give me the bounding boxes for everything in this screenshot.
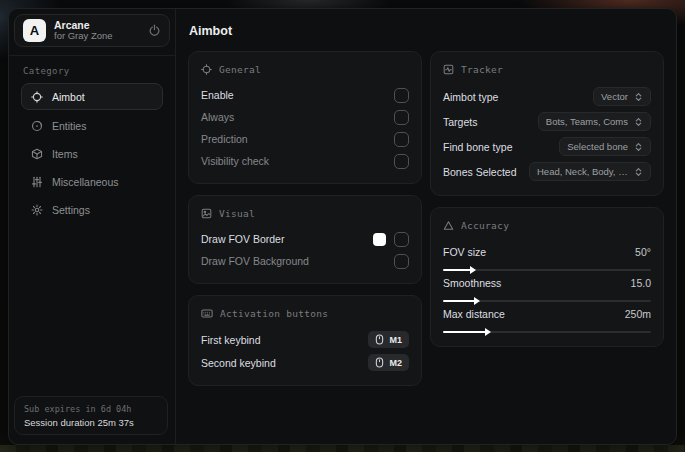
- dropdown-value: Vector: [601, 91, 628, 102]
- brand-card: A Arcane for Gray Zone: [14, 14, 170, 47]
- setting-row-smoothness: Smoothness 15.0: [443, 273, 651, 302]
- dropdown-value: Bots, Teams, Coms: [546, 116, 628, 127]
- activation-panel-header: Activation buttons: [201, 304, 409, 328]
- slider-fill: [443, 269, 474, 271]
- sidebar-item-label: Aimbot: [52, 91, 85, 103]
- max-distance-slider[interactable]: [443, 331, 651, 333]
- setting-label: Always: [201, 111, 234, 123]
- slider-fill: [443, 331, 489, 333]
- fov-border-color-swatch[interactable]: [373, 233, 386, 246]
- activation-buttons-panel: Activation buttons First keybind M1: [188, 295, 422, 386]
- aimbot-type-dropdown[interactable]: Vector: [593, 87, 651, 106]
- tracker-panel-header: Tracker: [443, 60, 651, 84]
- sidebar-item-label: Items: [52, 148, 78, 160]
- tracker-panel: Tracker Aimbot type Vector: [430, 51, 664, 196]
- setting-row-targets: Targets Bots, Teams, Coms: [443, 109, 651, 134]
- sidebar-item-items[interactable]: Items: [21, 141, 163, 166]
- sidebar-item-label: Entities: [52, 120, 86, 132]
- crosshair-icon: [31, 91, 43, 103]
- panel-title: General: [219, 64, 261, 75]
- setting-row-second-keybind: Second keybind M2: [201, 351, 409, 374]
- subscription-card: Sub expires in 6d 04h Session duration 2…: [14, 396, 168, 435]
- setting-row-first-keybind: First keybind M1: [201, 328, 409, 351]
- chevrons-up-down-icon: [634, 92, 643, 102]
- setting-row-aimbot-type: Aimbot type Vector: [443, 84, 651, 109]
- setting-label: Draw FOV Border: [201, 233, 284, 245]
- panel-title: Visual: [219, 208, 255, 219]
- sidebar-item-settings[interactable]: Settings: [21, 197, 163, 222]
- fov-size-value: 50°: [635, 246, 651, 258]
- setting-row-visibility-check: Visibility check: [201, 150, 409, 172]
- activity-icon: [443, 64, 454, 75]
- fov-size-slider[interactable]: [443, 269, 651, 271]
- setting-label: Draw FOV Background: [201, 255, 309, 267]
- first-keybind-button[interactable]: M1: [368, 331, 409, 348]
- general-panel-header: General: [201, 60, 409, 84]
- power-icon[interactable]: [148, 24, 161, 37]
- sidebar-item-label: Miscellaneous: [52, 176, 119, 188]
- gear-icon: [31, 204, 43, 216]
- setting-row-always: Always: [201, 106, 409, 128]
- sliders-icon: [31, 176, 43, 188]
- draw-fov-border-checkbox[interactable]: [394, 232, 409, 247]
- dropdown-value: Head, Neck, Body, Pe..: [537, 166, 628, 177]
- setting-row-bones-selected: Bones Selected Head, Neck, Body, Pe..: [443, 159, 651, 184]
- setting-label: Targets: [443, 116, 477, 128]
- page-title: Aimbot: [189, 24, 664, 38]
- setting-row-draw-fov-background: Draw FOV Background: [201, 250, 409, 272]
- setting-label: Aimbot type: [443, 91, 498, 103]
- smoothness-value: 15.0: [631, 277, 651, 289]
- session-duration: Session duration 25m 37s: [24, 417, 158, 428]
- triangle-icon: [443, 220, 454, 231]
- sidebar-nav: Aimbot Entities: [9, 83, 175, 222]
- sidebar-item-entities[interactable]: Entities: [21, 113, 163, 138]
- sidebar-item-miscellaneous[interactable]: Miscellaneous: [21, 169, 163, 194]
- setting-label: Prediction: [201, 133, 248, 145]
- slider-fill: [443, 300, 478, 302]
- mouse-icon: [375, 334, 384, 345]
- brand-subtitle: for Gray Zone: [54, 31, 113, 42]
- setting-row-enable: Enable: [201, 84, 409, 106]
- keybind-value: M1: [389, 335, 402, 345]
- setting-label: Max distance: [443, 308, 505, 320]
- always-checkbox[interactable]: [394, 110, 409, 125]
- targets-dropdown[interactable]: Bots, Teams, Coms: [538, 112, 651, 131]
- visibility-check-checkbox[interactable]: [394, 154, 409, 169]
- sidebar-spacer: [9, 222, 175, 396]
- chevrons-up-down-icon: [634, 142, 643, 152]
- left-column: General Enable Always Prediction: [188, 51, 422, 397]
- draw-fov-background-checkbox[interactable]: [394, 254, 409, 269]
- setting-label: Smoothness: [443, 277, 501, 289]
- prediction-checkbox[interactable]: [394, 132, 409, 147]
- chevrons-up-down-icon: [634, 117, 643, 127]
- box-icon: [31, 148, 43, 160]
- game-background: A Arcane for Gray Zone Category: [0, 0, 685, 452]
- chevrons-up-down-icon: [634, 167, 643, 177]
- setting-label: Visibility check: [201, 155, 269, 167]
- visual-panel-header: Visual: [201, 204, 409, 228]
- setting-label: Bones Selected: [443, 166, 517, 178]
- accuracy-panel-header: Accuracy: [443, 216, 651, 240]
- bones-selected-dropdown[interactable]: Head, Neck, Body, Pe..: [529, 162, 651, 181]
- brand-logo: A: [23, 19, 46, 42]
- radar-icon: [31, 120, 43, 132]
- keybind-value: M2: [389, 358, 402, 368]
- accuracy-panel: Accuracy FOV size 50°: [430, 207, 664, 347]
- dropdown-value: Selected bone: [567, 141, 628, 152]
- sidebar-item-aimbot[interactable]: Aimbot: [21, 83, 163, 110]
- menu-window: A Arcane for Gray Zone Category: [8, 8, 677, 445]
- setting-row-prediction: Prediction: [201, 128, 409, 150]
- mouse-icon: [375, 357, 384, 368]
- sidebar-item-label: Settings: [52, 204, 90, 216]
- keyboard-icon: [201, 308, 213, 319]
- visual-panel: Visual Draw FOV Border Draw FOV Backgrou…: [188, 195, 422, 284]
- right-column: Tracker Aimbot type Vector: [430, 51, 664, 358]
- second-keybind-button[interactable]: M2: [368, 354, 409, 371]
- find-bone-type-dropdown[interactable]: Selected bone: [559, 137, 651, 156]
- sidebar: A Arcane for Gray Zone Category: [9, 9, 176, 444]
- category-label: Category: [9, 56, 175, 83]
- setting-label: Find bone type: [443, 141, 512, 153]
- setting-row-find-bone-type: Find bone type Selected bone: [443, 134, 651, 159]
- enable-checkbox[interactable]: [394, 88, 409, 103]
- smoothness-slider[interactable]: [443, 300, 651, 302]
